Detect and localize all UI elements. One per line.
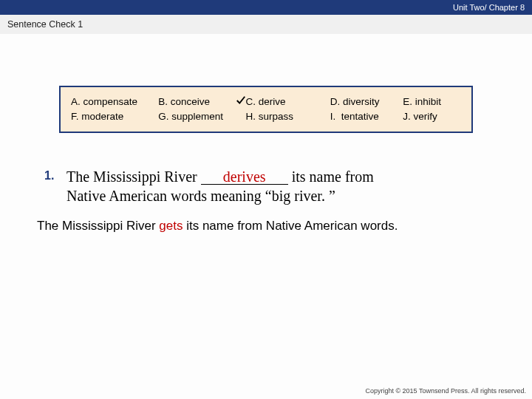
- choice-letter: E.: [403, 96, 412, 107]
- choice-word: inhibit: [415, 96, 441, 107]
- choice-word: supplement: [171, 111, 223, 122]
- choice-j: J. verify: [403, 109, 461, 124]
- choice-word: derive: [259, 96, 286, 107]
- choice-word: diversity: [343, 96, 380, 107]
- choice-b: B. conceive: [158, 95, 245, 109]
- choice-word: compensate: [83, 96, 138, 107]
- choice-letter: G.: [158, 111, 168, 122]
- choice-i: I. tentative: [330, 109, 403, 124]
- explain-highlight: gets: [159, 219, 183, 233]
- question-1: 1. The Mississippi River derives its nam…: [44, 167, 488, 205]
- question-pre: The Mississippi River: [66, 168, 201, 185]
- fill-blank: derives: [201, 167, 288, 186]
- question-post1: its name from: [288, 168, 374, 185]
- choices-row-2: F. moderate G. supplement H. surpass I. …: [71, 109, 461, 124]
- choice-g: G. supplement: [158, 109, 245, 124]
- choices-row-1: A. compensate B. conceive C. derive D. d…: [71, 95, 461, 109]
- choice-c: C. derive: [245, 95, 330, 109]
- answer-choices-box: A. compensate B. conceive C. derive D. d…: [59, 86, 473, 133]
- choice-letter: C.: [245, 96, 256, 107]
- choice-word: surpass: [259, 111, 293, 122]
- explanation-line: The Mississippi River gets its name from…: [37, 219, 495, 233]
- choice-a: A. compensate: [71, 95, 158, 109]
- filled-answer: derives: [223, 168, 266, 185]
- checkmark-icon: [236, 95, 246, 106]
- choice-letter: B.: [158, 96, 168, 107]
- question-text: The Mississippi River derives its name f…: [66, 167, 374, 205]
- choice-word: tentative: [341, 111, 379, 122]
- choice-h: H. surpass: [245, 109, 330, 124]
- choice-d: D. diversity: [330, 95, 403, 109]
- copyright-text: Copyright © 2015 Townsend Press. All rig…: [365, 387, 526, 395]
- choice-word: verify: [413, 111, 437, 122]
- choice-letter: F.: [71, 111, 79, 122]
- choice-letter: J.: [403, 111, 411, 122]
- unit-chapter-label: Unit Two/ Chapter 8: [453, 3, 525, 12]
- choice-word: conceive: [171, 96, 210, 107]
- explain-post: its name from Native American words.: [183, 219, 398, 233]
- question-line2: Native American words meaning “big river…: [66, 188, 335, 204]
- choice-letter: A.: [71, 96, 81, 107]
- subtitle-bar: Sentence Check 1: [0, 15, 532, 34]
- explain-pre: The Mississippi River: [37, 219, 159, 233]
- choice-letter: H.: [245, 111, 256, 122]
- subtitle-text: Sentence Check 1: [7, 19, 83, 30]
- choice-e: E. inhibit: [403, 95, 461, 109]
- choice-word: moderate: [81, 111, 123, 122]
- choice-f: F. moderate: [71, 109, 158, 124]
- question-number: 1.: [44, 167, 66, 205]
- choice-letter: D.: [330, 96, 341, 107]
- header-bar: Unit Two/ Chapter 8: [0, 0, 532, 15]
- choice-letter: I.: [330, 111, 336, 122]
